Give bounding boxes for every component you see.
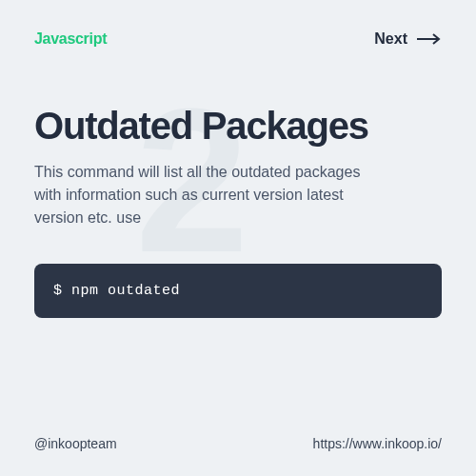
page-title: Outdated Packages: [34, 105, 442, 148]
description-text: This command will list all the outdated …: [34, 161, 377, 229]
main-content: 2 Outdated Packages This command will li…: [34, 105, 442, 318]
category-label: Javascript: [34, 30, 107, 48]
footer: @inkoopteam https://www.inkoop.io/: [34, 436, 442, 451]
website-url: https://www.inkoop.io/: [313, 436, 442, 451]
social-handle: @inkoopteam: [34, 436, 117, 451]
code-block: $ npm outdated: [34, 264, 442, 318]
next-label: Next: [374, 30, 407, 48]
next-button[interactable]: Next: [374, 30, 442, 48]
arrow-right-icon: [417, 33, 442, 45]
header: Javascript Next: [34, 30, 442, 48]
